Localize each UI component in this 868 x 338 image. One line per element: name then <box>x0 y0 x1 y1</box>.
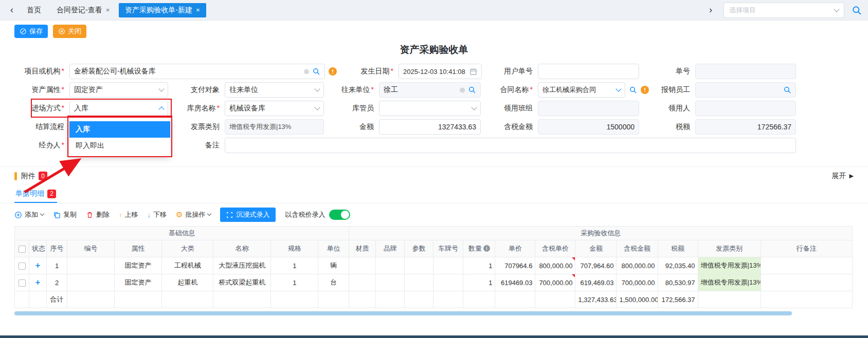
occur-date-input[interactable] <box>399 64 482 79</box>
amount-input-field[interactable] <box>384 120 476 134</box>
cell-code[interactable] <box>67 274 115 291</box>
dropdown-option[interactable]: 即入即出 <box>69 138 170 154</box>
cell-price[interactable]: 619469.03 <box>495 274 535 291</box>
row-checkbox[interactable] <box>19 279 26 287</box>
row-select-cell[interactable] <box>15 274 29 291</box>
contract-select[interactable]: 徐工机械采购合同 <box>538 82 625 98</box>
remark-input-field[interactable] <box>229 138 791 153</box>
copy-button[interactable]: 复制 <box>53 210 77 219</box>
cell-line-remark[interactable] <box>761 274 852 291</box>
cell-line-remark[interactable] <box>761 257 852 274</box>
tab-contract-view[interactable]: 合同登记-查看 <box>50 3 116 17</box>
amount-input[interactable] <box>379 119 481 135</box>
tabs-scroll-left-icon[interactable]: ‹ <box>6 5 17 15</box>
expand-button[interactable]: 展开 <box>832 172 854 181</box>
attachments-label: 附件 <box>21 172 35 181</box>
tax-price-toggle[interactable] <box>329 210 350 220</box>
row-status-cell[interactable] <box>29 274 47 291</box>
cell-param[interactable] <box>405 257 433 274</box>
expand-row-icon[interactable] <box>35 261 40 270</box>
expand-row-icon[interactable] <box>35 278 40 287</box>
cell-amount[interactable]: 619,469.03 <box>575 274 617 291</box>
user-no-input[interactable] <box>538 64 639 79</box>
immersive-entry-button[interactable]: 沉浸式录入 <box>220 208 276 222</box>
search-icon[interactable] <box>312 67 320 76</box>
cell-invoice[interactable]: 增值税专用发票|13% <box>698 274 761 291</box>
move-up-button[interactable]: 上移 <box>119 210 138 219</box>
cell-qty[interactable]: 1 <box>463 257 495 274</box>
cell-invoice[interactable]: 增值税专用发票|13% <box>698 257 761 274</box>
search-icon[interactable] <box>468 86 476 94</box>
close-tab-icon[interactable] <box>106 7 110 13</box>
asset-attr-select[interactable]: 固定资产 <box>69 82 168 98</box>
tab-asset-acceptance-new[interactable]: 资产采购验收单-新建 <box>119 3 206 17</box>
occur-date-input-field[interactable] <box>403 64 467 79</box>
pay-target-select[interactable]: 往来单位 <box>225 82 324 98</box>
reimburse-emp-input-field[interactable] <box>700 83 781 97</box>
delete-button[interactable]: 删除 <box>86 210 110 219</box>
cell-category[interactable]: 起重机 <box>162 274 213 291</box>
warehouse-keeper-select[interactable] <box>379 101 481 116</box>
cell-amount[interactable]: 707,964.60 <box>575 257 617 274</box>
reimburse-emp-input[interactable] <box>695 82 796 98</box>
cell-price[interactable]: 707964.6 <box>495 257 535 274</box>
cell-material[interactable] <box>349 274 376 291</box>
global-search-icon[interactable] <box>852 5 862 15</box>
dropdown-option-selected[interactable]: 入库 <box>69 121 170 138</box>
cell-spec[interactable]: 1 <box>271 257 318 274</box>
cell-spec[interactable]: 1 <box>271 274 318 291</box>
close-tab-icon[interactable] <box>196 7 200 13</box>
move-down-button[interactable]: 下移 <box>148 210 167 219</box>
cell-tax-price[interactable]: 700,000.00 <box>535 274 575 291</box>
cell-attr[interactable]: 固定资产 <box>115 274 162 291</box>
cell-unit[interactable]: 台 <box>318 274 349 291</box>
cell-code[interactable] <box>67 257 115 274</box>
cell-tax-price[interactable]: 800,000.00 <box>535 257 575 274</box>
cell-tax[interactable]: 80,530.97 <box>658 274 698 291</box>
cell-name[interactable]: 桥式双梁起重机 <box>213 274 271 291</box>
cell-plate[interactable] <box>433 257 463 274</box>
clear-icon[interactable] <box>303 68 310 75</box>
counterpart-input-field[interactable] <box>384 83 457 97</box>
project-select[interactable]: 选择项目 <box>724 3 844 18</box>
select-all-header[interactable] <box>15 240 29 257</box>
cell-name[interactable]: 大型液压挖掘机 <box>213 257 271 274</box>
tab-detail-lines[interactable]: 单据明细 2 <box>14 185 57 203</box>
counterpart-input[interactable] <box>379 82 481 98</box>
field-pay-target: 支付对象 往来单位 <box>168 82 324 98</box>
entry-mode-select[interactable]: 入库 <box>69 101 168 116</box>
field-label: 往来单位 <box>322 85 379 95</box>
user-no-input-field[interactable] <box>542 64 635 79</box>
cell-material[interactable] <box>349 257 376 274</box>
search-icon[interactable] <box>783 86 791 94</box>
cell-unit[interactable]: 辆 <box>318 257 349 274</box>
cell-param[interactable] <box>405 274 433 291</box>
calendar-icon[interactable] <box>469 68 477 76</box>
cell-plate[interactable] <box>433 274 463 291</box>
row-checkbox[interactable] <box>19 262 26 270</box>
cell-tax-amount[interactable]: 800,000.00 <box>617 257 658 274</box>
save-button[interactable]: 保存 <box>14 25 48 38</box>
row-select-cell[interactable] <box>15 257 29 274</box>
cell-brand[interactable] <box>376 257 405 274</box>
search-icon[interactable] <box>629 86 637 94</box>
cell-tax-amount[interactable]: 700,000.00 <box>617 274 658 291</box>
remark-input[interactable] <box>225 138 796 153</box>
batch-ops-button[interactable]: 批操作 <box>176 210 211 219</box>
scrollbar-thumb[interactable] <box>14 311 792 315</box>
add-button[interactable]: 添加 <box>14 210 44 219</box>
project-org-input-field[interactable] <box>74 64 301 79</box>
close-button[interactable]: 关闭 <box>53 25 86 38</box>
cell-qty[interactable]: 1 <box>463 274 495 291</box>
tab-home[interactable]: 首页 <box>21 3 47 17</box>
cell-tax[interactable]: 92,035.40 <box>658 257 698 274</box>
cell-attr[interactable]: 固定资产 <box>115 257 162 274</box>
tabs-scroll-right-icon[interactable]: › <box>705 5 716 15</box>
cell-category[interactable]: 工程机械 <box>162 257 213 274</box>
cell-brand[interactable] <box>376 274 405 291</box>
warehouse-select[interactable]: 机械设备库 <box>225 101 324 116</box>
project-org-input[interactable] <box>69 64 325 79</box>
select-all-checkbox[interactable] <box>19 246 26 253</box>
clear-icon[interactable] <box>459 86 465 93</box>
row-status-cell[interactable] <box>29 257 47 274</box>
